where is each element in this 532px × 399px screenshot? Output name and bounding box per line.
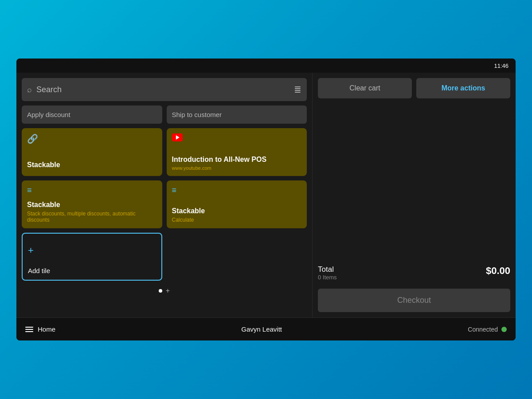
tile-subtitle: Calculate (172, 217, 302, 223)
action-buttons-row: Apply discount Ship to customer (22, 106, 307, 124)
nav-user: Gavyn Leavitt (241, 325, 282, 333)
tile-title: Stackable (27, 161, 157, 169)
nav-home: Home (25, 325, 55, 333)
stack-icon-2: ≡ (172, 186, 302, 195)
total-items: 0 Items (318, 274, 337, 281)
right-actions-row: Clear cart More actions (318, 78, 510, 98)
title-bar: 11:46 (16, 59, 516, 73)
apply-discount-button[interactable]: Apply discount (22, 106, 162, 124)
home-label[interactable]: Home (38, 325, 55, 333)
more-actions-button[interactable]: More actions (416, 78, 510, 98)
nav-status: Connected (468, 326, 507, 333)
barcode-icon[interactable]: ≣ (294, 84, 301, 95)
hamburger-icon[interactable] (25, 327, 33, 332)
main-content: ⌕ ≣ Apply discount Ship to customer 🔗 St… (16, 73, 516, 317)
tile-url: www.youtube.com (172, 165, 302, 171)
tile-title: Introduction to All-New POS (172, 156, 302, 164)
search-icon: ⌕ (27, 85, 32, 94)
tile-youtube[interactable]: Introduction to All-New POS www.youtube.… (167, 128, 307, 176)
pagination-dot-active (159, 289, 162, 293)
pagination-row: + (22, 285, 307, 297)
right-panel: Clear cart More actions Total 0 Items $0… (313, 73, 516, 317)
checkout-button[interactable]: Checkout (318, 289, 510, 312)
time-display: 11:46 (494, 63, 509, 69)
tile-stackable-calculate[interactable]: ≡ Stackable Calculate (167, 180, 307, 228)
link-icon: 🔗 (27, 133, 157, 144)
status-label: Connected (468, 326, 498, 333)
ship-to-customer-button[interactable]: Ship to customer (167, 106, 307, 124)
total-info: Total 0 Items (318, 265, 337, 281)
tiles-grid: 🔗 Stackable Introduction to All-New POS … (22, 128, 307, 228)
tile-subtitle: Stack discounts, multiple discounts, aut… (27, 211, 157, 223)
status-dot (501, 327, 507, 332)
total-amount: $0.00 (486, 265, 510, 277)
tile-stackable-link[interactable]: 🔗 Stackable (22, 128, 162, 176)
add-tile-plus-icon: + (28, 245, 156, 256)
tile-title: Stackable (172, 207, 302, 215)
stack-icon: ≡ (27, 186, 157, 195)
search-input[interactable] (36, 85, 289, 94)
add-tile-label: Add tile (28, 267, 156, 274)
total-label: Total (318, 265, 337, 274)
total-row: Total 0 Items $0.00 (318, 262, 510, 284)
pagination-add-icon[interactable]: + (166, 287, 170, 295)
search-bar: ⌕ ≣ (22, 78, 307, 101)
clear-cart-button[interactable]: Clear cart (318, 78, 412, 98)
youtube-icon (172, 133, 183, 141)
cart-area (318, 103, 510, 257)
app-window: 11:46 ⌕ ≣ Apply discount Ship to custome… (16, 59, 516, 340)
tile-stackable-discounts[interactable]: ≡ Stackable Stack discounts, multiple di… (22, 180, 162, 228)
tile-title: Stackable (27, 201, 157, 209)
add-tile-button[interactable]: + Add tile (22, 233, 162, 281)
add-tile-row: + Add tile (22, 233, 307, 281)
bottom-nav: Home Gavyn Leavitt Connected (16, 317, 516, 340)
left-panel: ⌕ ≣ Apply discount Ship to customer 🔗 St… (16, 73, 313, 317)
